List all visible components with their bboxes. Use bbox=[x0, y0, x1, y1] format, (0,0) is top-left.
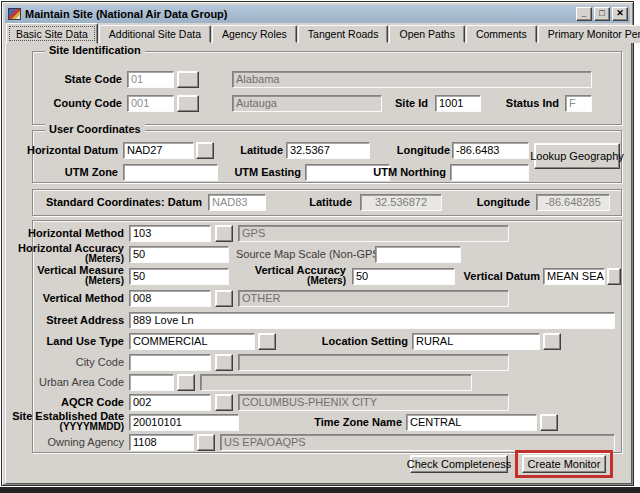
create-monitor-button[interactable]: Create Monitor bbox=[522, 455, 606, 473]
tab-comments[interactable]: Comments bbox=[466, 25, 537, 43]
horizontal-method-label: Horizontal Method bbox=[16, 225, 124, 242]
city-code-label: City Code bbox=[16, 354, 124, 371]
utm-zone-label: UTM Zone bbox=[36, 164, 118, 181]
vertical-measure-sublabel: (Meters) bbox=[16, 276, 124, 285]
vertical-accuracy-field[interactable]: 50 bbox=[352, 268, 455, 285]
site-established-date-field[interactable]: 20010101 bbox=[129, 414, 239, 431]
tab-basic-site-data[interactable]: Basic Site Data bbox=[6, 23, 98, 44]
county-code-field: 001 bbox=[127, 95, 174, 112]
city-code-field[interactable] bbox=[129, 354, 211, 371]
site-id-field[interactable]: 1001 bbox=[435, 95, 481, 112]
land-use-type-label: Land Use Type bbox=[16, 333, 124, 350]
vertical-measure-field[interactable]: 50 bbox=[129, 268, 229, 285]
latitude-label: Latitude bbox=[221, 142, 283, 159]
land-use-type-lookup-button[interactable] bbox=[258, 333, 276, 350]
site-established-date-label: Site Established Date (YYYYMMDD) bbox=[8, 411, 124, 431]
horizontal-datum-field[interactable]: NAD27 bbox=[123, 142, 194, 159]
owning-agency-lookup-button[interactable] bbox=[197, 434, 215, 451]
standard-datum-label: Datum bbox=[152, 194, 202, 211]
utm-zone-field[interactable] bbox=[123, 164, 218, 181]
utm-northing-field[interactable] bbox=[450, 164, 529, 181]
state-name-display: Alabama bbox=[232, 71, 592, 88]
county-code-lookup-button[interactable] bbox=[177, 95, 199, 112]
tab-primary-monitor-periods[interactable]: Primary Monitor Periods bbox=[538, 25, 640, 43]
time-zone-name-field[interactable]: CENTRAL bbox=[406, 414, 537, 431]
tab-open-paths[interactable]: Open Paths bbox=[389, 25, 464, 43]
vertical-datum-field[interactable]: MEAN SEA-L bbox=[543, 268, 605, 285]
standard-longitude-label: Longitude bbox=[474, 194, 530, 211]
owning-agency-field[interactable]: 1108 bbox=[129, 434, 194, 451]
urban-area-code-field[interactable] bbox=[129, 374, 174, 391]
tab-agency-roles[interactable]: Agency Roles bbox=[212, 25, 297, 43]
horizontal-accuracy-field[interactable]: 50 bbox=[129, 246, 229, 263]
status-ind-label: Status Ind bbox=[499, 95, 559, 112]
site-id-label: Site Id bbox=[372, 95, 428, 112]
time-zone-name-lookup-button[interactable] bbox=[540, 414, 558, 431]
lookup-geography-button[interactable]: Lookup Geography bbox=[534, 143, 620, 169]
vertical-method-description: OTHER bbox=[238, 290, 509, 307]
tab-bar: Basic Site Data Additional Site Data Age… bbox=[6, 22, 640, 43]
longitude-field[interactable]: -86.6483 bbox=[452, 142, 529, 159]
horizontal-accuracy-label: Horizontal Accuracy (Meters) bbox=[16, 243, 124, 263]
check-completeness-button[interactable]: Check Completeness bbox=[410, 455, 508, 473]
tab-additional-site-data[interactable]: Additional Site Data bbox=[99, 25, 211, 43]
tab-tangent-roads[interactable]: Tangent Roads bbox=[298, 25, 389, 43]
county-name-display: Autauga bbox=[232, 95, 382, 112]
utm-northing-label: UTM Northing bbox=[364, 164, 446, 181]
city-code-lookup-button[interactable] bbox=[215, 354, 233, 371]
city-name-display bbox=[238, 354, 509, 371]
urban-area-name-display bbox=[200, 374, 472, 391]
state-code-label: State Code bbox=[16, 71, 122, 88]
vertical-method-field[interactable]: 008 bbox=[129, 290, 211, 307]
utm-easting-label: UTM Easting bbox=[228, 164, 301, 181]
aqcr-code-label: AQCR Code bbox=[16, 394, 124, 411]
latitude-field[interactable]: 32.5367 bbox=[286, 142, 370, 159]
owning-agency-name-display: US EPA/OAQPS bbox=[220, 434, 615, 451]
site-identification-group: Site Identification bbox=[32, 51, 622, 125]
location-setting-label: Location Setting bbox=[316, 333, 408, 350]
longitude-label: Longitude bbox=[380, 142, 450, 159]
urban-area-code-label: Urban Area Code bbox=[16, 374, 124, 391]
standard-latitude-label: Latitude bbox=[306, 194, 352, 211]
vertical-method-lookup-button[interactable] bbox=[215, 290, 233, 307]
aqcr-code-lookup-button[interactable] bbox=[215, 394, 233, 411]
horizontal-method-field[interactable]: 103 bbox=[129, 225, 211, 242]
titlebar: Maintain Site (National Air Data Group) … bbox=[5, 5, 630, 23]
urban-area-code-lookup-button[interactable] bbox=[177, 374, 195, 391]
vertical-datum-lookup-button[interactable] bbox=[607, 268, 621, 285]
horizontal-accuracy-sublabel: (Meters) bbox=[16, 254, 124, 263]
state-code-lookup-button[interactable] bbox=[177, 71, 199, 88]
horizontal-method-description: GPS bbox=[238, 225, 509, 242]
site-identification-legend: Site Identification bbox=[45, 44, 145, 56]
owning-agency-label: Owning Agency bbox=[16, 434, 124, 451]
standard-datum-field: NAD83 bbox=[208, 194, 266, 211]
time-zone-name-label: Time Zone Name bbox=[302, 414, 402, 431]
horizontal-datum-lookup-button[interactable] bbox=[196, 142, 214, 159]
aqcr-name-display: COLUMBUS-PHENIX CITY bbox=[238, 394, 509, 411]
screen-edge bbox=[0, 487, 640, 493]
location-setting-lookup-button[interactable] bbox=[543, 333, 561, 350]
street-address-label: Street Address bbox=[16, 312, 124, 329]
maximize-button[interactable]: □ bbox=[594, 7, 610, 21]
tab-content-panel: Site Identification State Code 01 Alabam… bbox=[5, 42, 632, 484]
source-map-scale-field[interactable] bbox=[375, 246, 461, 263]
aqcr-code-field[interactable]: 002 bbox=[129, 394, 211, 411]
user-coordinates-legend: User Coordinates bbox=[45, 123, 145, 135]
standard-latitude-field: 32.536872 bbox=[360, 194, 442, 211]
close-button[interactable]: ✕ bbox=[612, 7, 628, 21]
app-icon bbox=[8, 8, 21, 20]
horizontal-datum-label: Horizontal Datum bbox=[16, 142, 118, 159]
vertical-accuracy-sublabel: (Meters) bbox=[246, 276, 346, 285]
land-use-type-field[interactable]: COMMERCIAL bbox=[129, 333, 255, 350]
vertical-accuracy-label: Vertical Accuracy (Meters) bbox=[246, 265, 346, 285]
street-address-field[interactable]: 889 Love Ln bbox=[129, 312, 615, 329]
minimize-button[interactable]: _ bbox=[576, 7, 592, 21]
source-map-scale-label: Source Map Scale (Non-GPS) bbox=[236, 246, 371, 263]
vertical-measure-label: Vertical Measure (Meters) bbox=[16, 265, 124, 285]
horizontal-method-lookup-button[interactable] bbox=[215, 225, 233, 242]
site-established-date-sublabel: (YYYYMMDD) bbox=[8, 422, 124, 431]
window-title: Maintain Site (National Air Data Group) bbox=[25, 8, 228, 20]
location-setting-field[interactable]: RURAL bbox=[412, 333, 540, 350]
maintain-site-window: Maintain Site (National Air Data Group) … bbox=[1, 1, 634, 486]
status-ind-field: F bbox=[565, 95, 592, 112]
